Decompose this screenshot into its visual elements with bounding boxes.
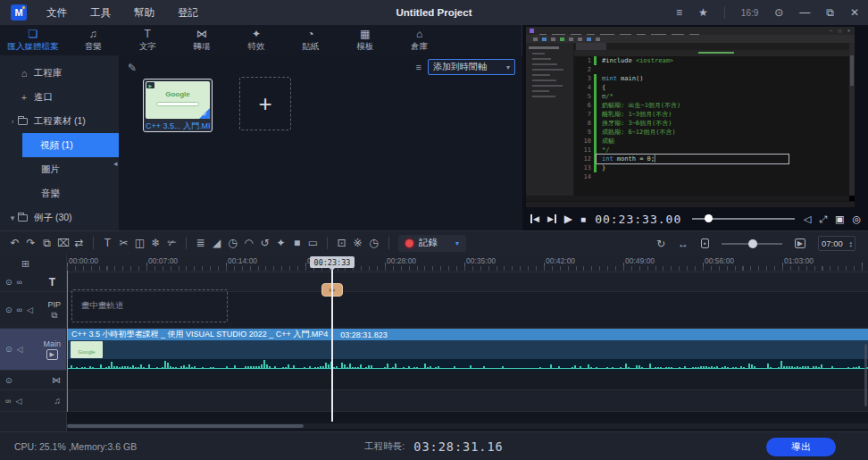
zoom-in-icon[interactable]: ▶ [795,238,805,248]
speed-icon[interactable]: ◷ [227,237,238,249]
eye-icon[interactable]: ⊙ [5,345,13,354]
sidebar-item-project-library[interactable]: ⌂ 工程庫 [0,61,119,85]
playhead[interactable] [331,267,333,422]
split-icon[interactable]: ✂ [118,237,129,249]
pip-track-lane[interactable]: 畫中畫軌道 [67,292,868,329]
record-button[interactable]: 記錄 ▾ [398,235,466,252]
audio-ramp-icon[interactable]: ◢ [211,237,222,249]
vertical-scrollbar[interactable] [864,344,867,406]
transition-track-lane[interactable] [67,371,868,390]
adjust-icon[interactable]: ≣ [195,237,206,249]
tab-effects[interactable]: ✦ 特效 [237,29,276,53]
tab-stickers[interactable]: ◔ 貼紙 [291,29,330,53]
expander-icon[interactable]: › [7,117,18,126]
replace-icon[interactable]: ⇄ [73,237,85,249]
scrollbar-thumb[interactable] [67,424,304,428]
detach-audio-icon[interactable]: ✃ [166,237,178,249]
fullscreen-icon[interactable]: ⤢ [819,213,827,225]
manage-tracks-icon[interactable]: ⊞ [21,258,29,270]
lock-icon[interactable]: ∞ [5,397,11,406]
horizontal-scrollbar[interactable] [67,423,868,429]
tab-text[interactable]: T 文字 [128,29,167,53]
import-media-button[interactable]: + [239,77,291,130]
restore-button[interactable]: ⧉ [826,6,834,19]
volume-icon[interactable]: ◁ [804,213,811,225]
speaker-icon[interactable]: ◁ [27,305,33,314]
lock-icon[interactable]: ∞ [17,278,22,287]
sidebar-item-import[interactable]: + 進口 [0,85,119,109]
mask-icon[interactable]: ■ [291,237,303,249]
render-preview-icon[interactable]: ↻ [656,238,665,250]
seek-knob[interactable] [705,214,713,222]
frame-duration-spinner[interactable]: 07:00 ▴▾ [818,236,855,251]
expander-icon[interactable]: ▾ [7,213,18,222]
export-button[interactable]: 導出 [766,438,836,456]
tab-transition[interactable]: ⋈ 轉場 [182,29,221,53]
crop-icon[interactable]: ⊡ [336,237,347,249]
view-options-icon[interactable]: ≡ [416,62,421,72]
layout-menu-icon[interactable]: ≡ [676,6,682,19]
camera-icon[interactable]: ◎ [852,213,861,225]
timeline-zoom-slider[interactable] [722,243,782,245]
effects-icon[interactable]: ✦ [275,237,287,249]
fit-timeline-icon[interactable]: ↔ [678,238,689,250]
curve-icon[interactable]: ◠ [243,237,255,249]
zoom-out-icon[interactable]: ▪ [701,238,709,248]
annotate-icon[interactable]: ✎ [128,62,137,74]
eye-icon[interactable]: ⊙ [5,376,13,385]
speaker-icon[interactable]: ◁ [15,397,21,406]
menu-file[interactable]: 文件 [46,6,67,20]
boundary-icon[interactable]: ▭ [307,237,319,249]
delete-icon[interactable]: ⌧ [57,237,69,249]
eye-icon[interactable]: ⊙ [5,278,13,287]
sidebar-item-audio[interactable]: 音樂 [0,181,119,205]
sidebar-item-pictures[interactable]: 圖片 [0,157,119,181]
transition-track-header[interactable]: ⊙ ⋈ [0,371,66,390]
menu-tools[interactable]: 工具 [90,6,111,20]
reverse-icon[interactable]: ↺ [259,237,271,249]
spinner-arrows[interactable]: ▴▾ [849,240,852,247]
menu-register[interactable]: 登記 [178,6,198,20]
audio-track-lane[interactable] [67,390,868,412]
freeze-frame-icon[interactable]: ❄ [150,237,162,249]
speaker-icon[interactable]: ◁ [17,345,23,354]
video-clip[interactable]: C++ 3.5 小時初學者課程 _ 使用 VISUAL STUDIO 2022 … [67,329,868,370]
sidebar-collapse-icon[interactable]: ◂ [113,159,118,168]
favorite-icon[interactable]: ★ [698,6,708,19]
aspect-ratio-label[interactable]: 16:9 [741,8,758,18]
next-frame-button[interactable]: ▶ [547,214,556,223]
duration-icon[interactable]: ◷ [368,237,380,249]
seek-slider[interactable] [692,218,794,220]
media-clip-card[interactable]: ▶ Google C++ 3.5... 入門.MP4 [143,79,213,132]
redo-icon[interactable]: ↷ [25,237,37,249]
trim-icon[interactable]: ◫ [134,237,146,249]
main-track-header[interactable]: ⊙◁ Main▶ [0,329,66,371]
add-to-timeline-dropdown[interactable]: 添加到時間軸 ▾ [428,59,515,75]
video-preview[interactable]: – ▢ ✕ 1 #include <iostream> 2 3 ⊟int mai… [526,27,855,207]
eye-icon[interactable]: ⊙ [5,305,13,314]
undo-icon[interactable]: ↶ [9,237,21,249]
stop-button[interactable]: ■ [580,214,586,224]
main-track-lane[interactable]: C++ 3.5 小時初學者課程 _ 使用 VISUAL STUDIO 2022 … [67,329,868,371]
text-track-header[interactable]: ⊙∞ T [0,272,66,292]
add-text-icon[interactable]: T [102,237,113,249]
snapshot-icon[interactable]: ▣ [835,213,844,225]
minimize-button[interactable]: — [799,6,810,19]
menu-help[interactable]: 幫助 [134,6,154,20]
chroma-key-icon[interactable]: ※ [352,237,363,249]
tab-templates[interactable]: ▦ 模板 [346,29,385,53]
close-button[interactable]: ✕ [850,6,859,19]
tab-music[interactable]: ♫ 音樂 [73,29,113,53]
tab-import-media[interactable]: ❏ 匯入媒體檔案 [7,29,58,53]
sidebar-item-project-media[interactable]: › 工程素材 (1) [0,109,119,133]
previous-frame-button[interactable]: ◀ [530,214,539,223]
sidebar-item-video[interactable]: 視頻 (1) [22,133,119,157]
zoom-knob[interactable] [748,239,757,248]
pip-track-header[interactable]: ⊙∞◁ PIP⧉ [0,292,66,329]
play-button[interactable]: ▶ [564,213,572,225]
chevron-down-icon[interactable]: ▾ [455,239,459,247]
preview-quality-icon[interactable]: ⊙ [774,6,783,19]
tab-stock[interactable]: ⌂ 倉庫 [400,29,439,53]
lock-icon[interactable]: ∞ [17,305,22,314]
audio-track-header[interactable]: ∞◁ ♫ [0,390,66,412]
